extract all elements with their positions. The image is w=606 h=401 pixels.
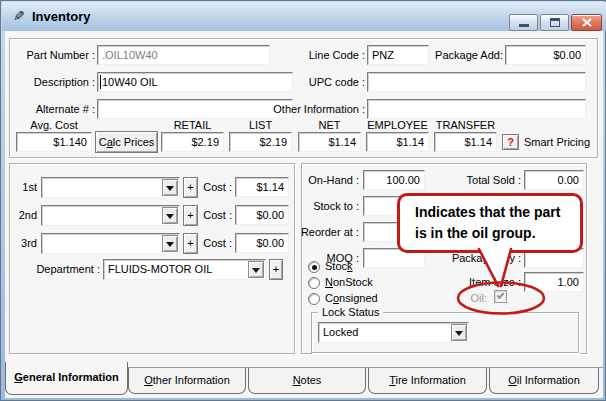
title-bar: Inventory xyxy=(2,2,606,31)
retail-label: RETAIL xyxy=(161,119,224,131)
supplier-1-add-button[interactable]: + xyxy=(183,177,198,198)
minimize-icon xyxy=(519,24,529,27)
dropdown-arrow-icon[interactable] xyxy=(162,207,178,224)
package-add-label: Package Add: xyxy=(431,45,503,65)
avg-cost-input[interactable]: $1.140 xyxy=(16,132,92,152)
supplier-3-label: 3rd xyxy=(11,233,37,253)
other-information-label: Other Information : xyxy=(259,99,365,119)
dropdown-arrow-icon[interactable] xyxy=(248,261,264,278)
department-combobox[interactable]: FLUIDS-MOTOR OIL xyxy=(103,259,266,280)
tab-notes[interactable]: Notes xyxy=(248,368,366,394)
package-add-input[interactable]: $0.00 xyxy=(505,45,586,65)
lock-status-combobox[interactable]: Locked xyxy=(318,322,469,343)
description-label: Description : xyxy=(9,72,95,92)
retail-input[interactable]: $2.19 xyxy=(161,132,224,152)
smart-pricing-label: Smart Pricing xyxy=(524,132,594,152)
cost-3-label: Cost : xyxy=(199,233,232,253)
part-number-label: Part Number : xyxy=(9,45,95,65)
stock-radio[interactable] xyxy=(308,261,320,273)
transfer-input[interactable]: $1.14 xyxy=(434,132,497,152)
part-number-input[interactable]: .OIL10W40 xyxy=(97,45,270,65)
cost-3-input[interactable]: $0.00 xyxy=(235,233,289,253)
alternate-label: Alternate # : xyxy=(9,99,95,119)
item-size-label: Item Size : xyxy=(451,272,521,292)
employee-input[interactable]: $1.14 xyxy=(366,132,429,152)
net-label: NET xyxy=(298,119,361,131)
consigned-radio-label: Consigned xyxy=(325,291,405,305)
supplier-2-add-button[interactable]: + xyxy=(183,205,198,226)
tab-general-information[interactable]: General Information xyxy=(5,362,128,395)
cost-2-input[interactable]: $0.00 xyxy=(235,205,289,225)
window-title: Inventory xyxy=(32,9,91,24)
other-information-input[interactable] xyxy=(367,99,586,119)
close-button[interactable] xyxy=(571,14,602,31)
description-input[interactable]: 10W40 OIL xyxy=(97,72,293,92)
list-label: LIST xyxy=(229,119,292,131)
supplier-3-combobox[interactable] xyxy=(41,233,180,254)
tab-tire-information[interactable]: Tire Information xyxy=(368,368,487,394)
dropdown-arrow-icon[interactable] xyxy=(162,179,178,196)
supplier-1-label: 1st xyxy=(11,177,37,197)
upc-label: UPC code : xyxy=(291,72,365,92)
tab-other-information[interactable]: Other Information xyxy=(128,368,246,394)
callout-bubble: Indicates that the part is in the oil gr… xyxy=(397,193,583,253)
callout-line-2: is in the oil group. xyxy=(415,223,580,244)
smart-pricing-help-button[interactable]: ? xyxy=(502,134,519,150)
avg-cost-label: Avg. Cost xyxy=(16,119,92,131)
oil-checkbox[interactable] xyxy=(494,290,507,303)
tab-oil-information[interactable]: Oil Information xyxy=(489,368,599,394)
cost-1-input[interactable]: $1.14 xyxy=(235,177,289,197)
close-icon xyxy=(582,18,592,27)
supplier-3-add-button[interactable]: + xyxy=(183,233,198,254)
supplier-2-label: 2nd xyxy=(11,205,37,225)
dropdown-arrow-icon[interactable] xyxy=(451,324,467,341)
on-hand-input[interactable]: 100.00 xyxy=(363,170,425,190)
oil-checkbox-label: Oil: xyxy=(463,291,487,305)
check-icon xyxy=(497,291,505,299)
supplier-1-combobox[interactable] xyxy=(41,177,180,198)
line-code-input[interactable]: PNZ xyxy=(367,45,429,65)
department-label: Department : xyxy=(31,259,100,279)
maximize-button[interactable] xyxy=(540,14,569,31)
list-input[interactable]: $2.19 xyxy=(229,132,292,152)
on-hand-label: On-Hand : xyxy=(301,170,359,190)
transfer-label: TRANSFER xyxy=(434,119,497,131)
upc-input[interactable] xyxy=(367,72,586,92)
total-sold-label: Total Sold : xyxy=(451,170,521,190)
pencil-icon xyxy=(13,8,25,24)
nonstock-radio-label: NonStock xyxy=(325,275,405,289)
cost-2-label: Cost : xyxy=(199,205,232,225)
minimize-button[interactable] xyxy=(509,14,538,31)
supplier-2-combobox[interactable] xyxy=(41,205,180,226)
stock-radio-label: Stock xyxy=(325,259,405,273)
employee-label: EMPLOYEE xyxy=(366,119,429,131)
window-frame: Inventory Part Number : .OIL10W40 Line C… xyxy=(0,0,606,401)
maximize-icon xyxy=(550,18,560,27)
calc-prices-button[interactable]: Calc Prices xyxy=(95,131,158,153)
stock-to-label: Stock to : xyxy=(301,196,359,216)
department-add-button[interactable]: + xyxy=(269,259,283,280)
lock-status-legend: Lock Status xyxy=(318,306,383,318)
callout-line-1: Indicates that the part xyxy=(415,202,580,223)
net-input[interactable]: $1.14 xyxy=(298,132,361,152)
nonstock-radio[interactable] xyxy=(308,277,320,289)
item-size-input[interactable]: 1.00 xyxy=(524,272,584,292)
line-code-label: Line Code : xyxy=(301,45,365,65)
consigned-radio[interactable] xyxy=(308,293,320,305)
text-caret xyxy=(100,75,101,89)
total-sold-input[interactable]: 0.00 xyxy=(524,170,584,190)
dropdown-arrow-icon[interactable] xyxy=(162,235,178,252)
reorder-at-label: Reorder at : xyxy=(295,222,359,242)
cost-1-label: Cost : xyxy=(199,177,232,197)
